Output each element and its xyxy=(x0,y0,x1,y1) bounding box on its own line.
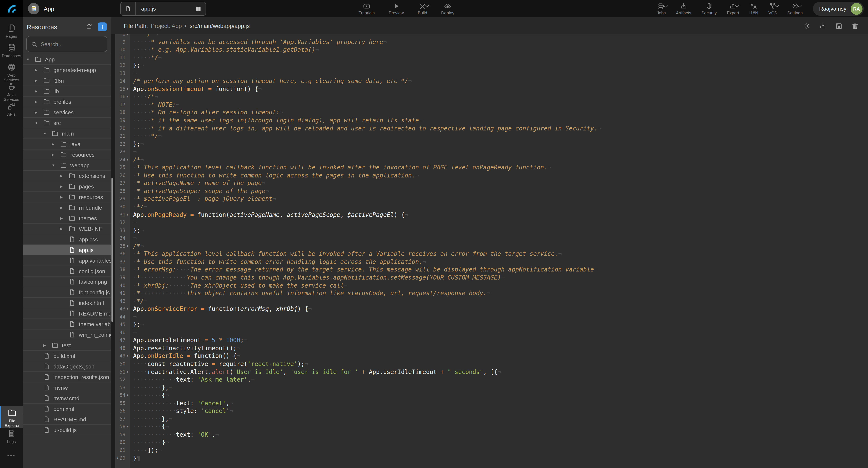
code-line-58[interactable]: 58▼········{¬ xyxy=(115,423,868,431)
tree-item-profiles[interactable]: ▶profiles xyxy=(23,97,111,107)
code-line-54[interactable]: 54▼········{¬ xyxy=(115,391,868,399)
fold-arrow-icon[interactable]: ▼ xyxy=(125,305,130,313)
code-line-24[interactable]: 24▼/*¬ xyxy=(115,156,868,164)
code-line-52[interactable]: 52············text: 'Ask me later',¬ xyxy=(115,376,868,383)
code-line-57[interactable]: 57········},¬ xyxy=(115,415,868,423)
code-line-31[interactable]: 31▼App.onPageReady = function(activePage… xyxy=(115,211,868,219)
code-line-47[interactable]: 47App.userIdleTimeout = 5 * 1000;¬ xyxy=(115,336,868,344)
code-line-21[interactable]: 21·····*/¬ xyxy=(115,132,868,140)
code-line-42[interactable]: 42·*/¬ xyxy=(115,297,868,305)
tree-item-build.xml[interactable]: build.xml xyxy=(23,351,111,361)
topbar-jobs-button[interactable]: Jobs xyxy=(657,2,665,15)
search-input[interactable] xyxy=(41,41,102,47)
download-icon[interactable] xyxy=(819,22,827,29)
expand-arrow-icon[interactable]: ▶ xyxy=(60,195,69,199)
code-line-20[interactable]: 20·····* if a different user logs in, ap… xyxy=(115,124,868,132)
tree-item-app.variables.js[interactable]: app.variables.js xyxy=(23,256,111,266)
tree-item-readme.md[interactable]: README.md xyxy=(23,414,111,425)
sidebar-item-pages[interactable]: Pages xyxy=(0,23,23,42)
grid-icon[interactable] xyxy=(195,6,201,12)
sidebar-item-java-services[interactable]: Java Services xyxy=(0,81,23,101)
code-line-33[interactable]: 33};¬ xyxy=(115,226,868,234)
code-line-53[interactable]: 53········},¬ xyxy=(115,383,868,391)
panel-scrollbar[interactable] xyxy=(112,178,113,322)
code-line-43[interactable]: 43▼App.onServiceError = function(errorMs… xyxy=(115,305,868,313)
tree-item-pages[interactable]: ▶pages xyxy=(23,181,111,192)
code-line-15[interactable]: 15▼App.onSessionTimeout = function() {¬ xyxy=(115,85,868,93)
expand-arrow-icon[interactable]: ▶ xyxy=(60,185,69,188)
code-line-45[interactable]: 45};¬ xyxy=(115,321,868,329)
fold-arrow-icon[interactable]: ▼ xyxy=(125,423,130,431)
save-icon[interactable] xyxy=(835,22,843,29)
tree-item-main[interactable]: ▼main xyxy=(23,128,111,139)
collapse-arrow-icon[interactable]: ▼ xyxy=(26,57,35,61)
tree-item-themes[interactable]: ▶themes xyxy=(23,213,111,224)
sidebar-item-apis[interactable]: APIs xyxy=(0,101,23,120)
sidebar-item-file-explorer[interactable]: File Explorer xyxy=(0,406,23,428)
code-line-32[interactable]: 32¬ xyxy=(115,219,868,226)
code-line-44[interactable]: 44¬ xyxy=(115,313,868,321)
code-line-62[interactable]: i62}¶ xyxy=(115,454,868,462)
fold-arrow-icon[interactable]: ▼ xyxy=(125,242,130,250)
tree-item-java[interactable]: ▶java xyxy=(23,139,111,149)
expand-arrow-icon[interactable]: ▶ xyxy=(43,343,52,347)
topbar-export-button[interactable]: Export xyxy=(727,2,739,15)
expand-arrow-icon[interactable]: ▶ xyxy=(52,142,60,146)
tree-item-app[interactable]: ▼App xyxy=(23,54,111,65)
gear-icon[interactable] xyxy=(803,22,810,29)
code-line-8[interactable]: 8▼····/*¬ xyxy=(115,34,868,38)
code-line-18[interactable]: 18·····* On re-login after session timeo… xyxy=(115,109,868,116)
add-resource-button[interactable] xyxy=(98,22,107,31)
code-line-26[interactable]: 26·* Use this function to write common l… xyxy=(115,171,868,179)
code-line-39[interactable]: 39·*·············You can change this tho… xyxy=(115,274,868,281)
code-line-48[interactable]: 48App.resetInactivityTimeout();¬ xyxy=(115,344,868,352)
topbar-i18n-button[interactable]: I18N xyxy=(749,2,758,15)
code-line-50[interactable]: 50····const reactnative = require('react… xyxy=(115,360,868,368)
topbar-settings-button[interactable]: Settings xyxy=(787,2,803,15)
fold-arrow-icon[interactable]: ▼ xyxy=(125,211,130,219)
tree-item-resources[interactable]: ▶resources xyxy=(23,149,111,160)
tree-item-resources[interactable]: ▶resources xyxy=(23,192,111,202)
code-line-40[interactable]: 40·* xhrObj:······The xhrObject used to … xyxy=(115,281,868,289)
sidebar-item-web-services[interactable]: Web Services xyxy=(0,62,23,81)
expand-arrow-icon[interactable]: ▶ xyxy=(35,68,43,72)
code-line-51[interactable]: 51▼····reactnative.Alert.alert('User is … xyxy=(115,368,868,376)
tree-item-inspection-results.json[interactable]: inspection_results.json xyxy=(23,372,111,382)
refresh-icon[interactable] xyxy=(86,23,92,30)
trash-icon[interactable] xyxy=(851,22,859,29)
expand-arrow-icon[interactable]: ▶ xyxy=(35,89,43,93)
tree-item-lib[interactable]: ▶lib xyxy=(23,86,111,97)
code-line-28[interactable]: 28·* activePageScope: scope of the page¬ xyxy=(115,187,868,195)
code-line-22[interactable]: 22};¬ xyxy=(115,140,868,148)
fold-arrow-icon[interactable]: ▼ xyxy=(125,352,130,360)
expand-arrow-icon[interactable]: ▶ xyxy=(60,174,69,178)
topbar-build-button[interactable]: Build xyxy=(418,2,427,15)
code-line-10[interactable]: 10·····* e.g. App.Variables.staticVariab… xyxy=(115,46,868,54)
expand-arrow-icon[interactable]: ▶ xyxy=(60,227,69,231)
expand-arrow-icon[interactable]: ▶ xyxy=(52,153,60,157)
tree-item-dataobjects.json[interactable]: dataObjects.json xyxy=(23,361,111,372)
topbar-security-button[interactable]: Security xyxy=(702,2,717,15)
tree-item-pom.xml[interactable]: pom.xml xyxy=(23,404,111,414)
collapse-arrow-icon[interactable]: ▼ xyxy=(43,132,52,135)
tree-item-ui-build.js[interactable]: ui-build.js xyxy=(23,425,111,435)
tree-item-wm-rn-config.js[interactable]: wm_rn_config.js xyxy=(23,330,111,340)
code-line-46[interactable]: 46¬ xyxy=(115,329,868,336)
more-options-button[interactable]: ••• xyxy=(0,452,23,459)
code-line-23[interactable]: 23¬ xyxy=(115,148,868,156)
code-line-41[interactable]: 41·*·············This object contains us… xyxy=(115,289,868,297)
tree-item-webapp[interactable]: ▼webapp xyxy=(23,160,111,171)
fold-arrow-icon[interactable]: ▼ xyxy=(125,368,130,376)
tree-item-i18n[interactable]: ▶i18n xyxy=(23,75,111,86)
code-line-34[interactable]: 34¬ xyxy=(115,234,868,242)
sidebar-item-logs[interactable]: Logs xyxy=(0,428,23,448)
code-line-30[interactable]: 30·*/¬ xyxy=(115,203,868,211)
tree-item-web-inf[interactable]: ▶WEB-INF xyxy=(23,224,111,234)
topbar-artifacts-button[interactable]: Artifacts xyxy=(676,2,691,15)
code-line-55[interactable]: 55············text: 'Cancel',¬ xyxy=(115,399,868,407)
tree-item-services[interactable]: ▶services xyxy=(23,107,111,118)
tab-app-js[interactable]: app.js xyxy=(120,2,206,16)
code-line-17[interactable]: 17·····* NOTE:¬ xyxy=(115,101,868,109)
code-line-16[interactable]: 16▼····/*¬ xyxy=(115,93,868,101)
expand-arrow-icon[interactable]: ▶ xyxy=(35,110,43,114)
